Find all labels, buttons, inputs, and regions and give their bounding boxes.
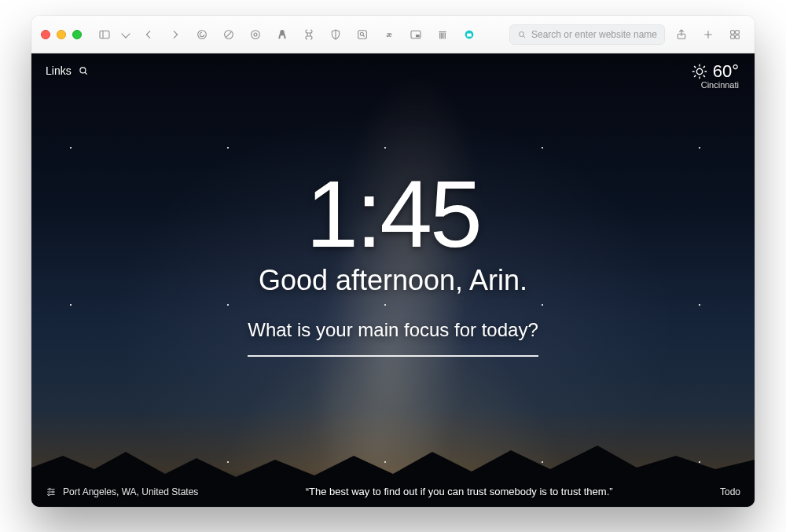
location-text: Port Angeles, WA, United States [63, 486, 198, 497]
sidebar-toggle-button[interactable] [94, 25, 115, 44]
minimize-window-button[interactable] [57, 30, 66, 39]
sun-icon [691, 63, 708, 80]
svg-line-32 [703, 75, 704, 77]
svg-point-15 [519, 31, 523, 36]
clock: 1:45 [31, 167, 755, 261]
svg-rect-20 [731, 30, 735, 34]
svg-line-34 [703, 66, 704, 68]
bottom-bar: Port Angeles, WA, United States “The bes… [31, 486, 755, 497]
svg-point-2 [198, 30, 207, 39]
extension-adblock-icon[interactable] [219, 25, 239, 44]
todo-button[interactable]: Todo [720, 486, 740, 497]
focus-prompt: What is your main focus for today? [31, 319, 755, 341]
toolbar: æ m Search or enter website name [31, 16, 755, 53]
svg-point-5 [252, 30, 260, 39]
center-panel: 1:45 Good afternoon, Arin. What is your … [31, 167, 755, 357]
back-button[interactable] [138, 25, 159, 44]
svg-line-10 [363, 35, 365, 37]
close-window-button[interactable] [41, 30, 50, 39]
extension-archive-icon[interactable] [432, 25, 453, 44]
svg-point-36 [49, 488, 50, 490]
share-button[interactable] [671, 25, 692, 44]
links-menu[interactable]: Links [46, 64, 89, 77]
focus-input[interactable] [248, 355, 538, 357]
extension-shield-icon[interactable] [325, 25, 346, 44]
address-bar-placeholder: Search or enter website name [531, 29, 657, 40]
svg-rect-0 [100, 31, 109, 38]
extension-search-icon[interactable] [352, 25, 373, 44]
sidebar-dropdown-icon[interactable] [121, 25, 132, 44]
svg-rect-8 [358, 30, 367, 39]
svg-point-9 [360, 32, 363, 35]
extension-command-icon[interactable] [299, 25, 319, 44]
browser-window: æ m Search or enter website name [31, 16, 755, 507]
tab-overview-button[interactable] [725, 25, 745, 44]
search-icon [517, 30, 527, 39]
svg-point-38 [52, 490, 53, 492]
extension-ae-icon[interactable]: æ [379, 25, 399, 44]
forward-button[interactable] [165, 25, 185, 44]
search-icon [78, 65, 89, 76]
svg-rect-23 [736, 35, 740, 39]
extension-pip-icon[interactable] [406, 25, 426, 44]
svg-point-26 [696, 68, 702, 74]
extension-momentum-icon[interactable]: m [459, 25, 479, 44]
settings-sliders-icon [46, 486, 57, 497]
extension-origin-icon[interactable] [245, 25, 266, 44]
photo-location[interactable]: Port Angeles, WA, United States [46, 486, 198, 497]
svg-line-25 [85, 72, 87, 75]
window-controls [41, 30, 82, 39]
weather-temp: 60° [713, 61, 739, 82]
svg-text:m: m [467, 32, 471, 37]
extension-honey-icon[interactable] [272, 25, 292, 44]
svg-rect-12 [416, 35, 420, 37]
new-tab-button[interactable] [698, 25, 718, 44]
svg-point-6 [254, 33, 257, 36]
svg-line-31 [694, 66, 696, 68]
greeting: Good afternoon, Arin. [31, 264, 755, 297]
svg-line-4 [226, 31, 232, 37]
address-bar[interactable]: Search or enter website name [509, 24, 665, 45]
daily-quote[interactable]: “The best way to find out if you can tru… [198, 486, 720, 497]
weather-widget[interactable]: 60° Cincinnati [691, 61, 739, 90]
svg-point-40 [48, 493, 50, 495]
svg-line-16 [523, 35, 525, 37]
svg-point-24 [80, 68, 86, 73]
extension-grammarly-icon[interactable] [192, 25, 212, 44]
svg-rect-22 [731, 35, 735, 39]
svg-line-33 [694, 75, 696, 77]
links-label: Links [46, 64, 72, 77]
svg-rect-21 [736, 30, 740, 34]
fullscreen-window-button[interactable] [72, 30, 82, 39]
weather-city: Cincinnati [691, 80, 739, 90]
new-tab-page: Links 60° Cincinnati 1:45 Good afternoon… [31, 53, 755, 507]
